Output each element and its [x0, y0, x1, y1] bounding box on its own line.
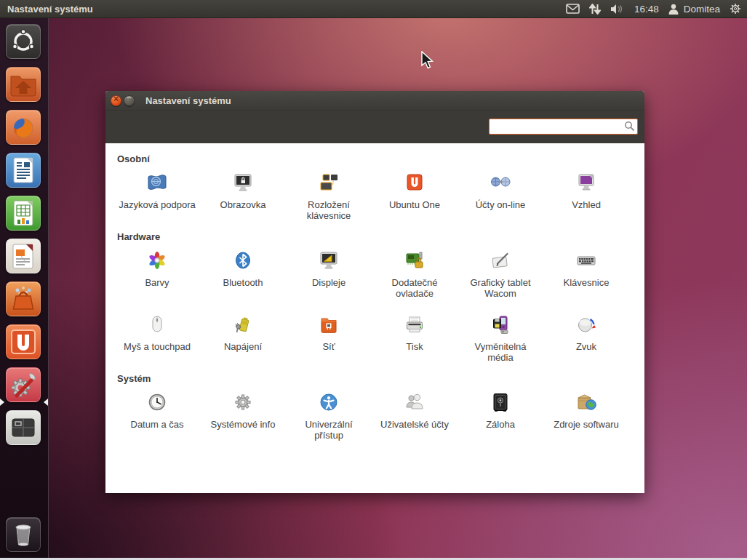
settings-item-displeje[interactable]: Displeje — [286, 249, 372, 299]
system-settings-window: Nastavení systému Osobní Jazyková podpor… — [105, 91, 644, 493]
settings-item-jazykova-podpora[interactable]: Jazyková podpora — [114, 172, 200, 221]
settings-item-napajeni[interactable]: Napájení — [200, 313, 286, 363]
mail-icon[interactable] — [566, 4, 580, 14]
settings-item-label: Záloha — [486, 419, 515, 430]
settings-item-label: Účty on-line — [476, 199, 526, 210]
settings-item-label: Univerzální přístup — [290, 419, 367, 441]
settings-item-klavesnice[interactable]: Klávesnice — [543, 249, 629, 299]
window-title: Nastavení systému — [145, 95, 231, 106]
section-header-personal: Osobní — [117, 153, 644, 164]
launcher-libreoffice-impress[interactable] — [6, 239, 41, 273]
settings-item-mys-a-touchpad[interactable]: Myš a touchpad — [114, 313, 200, 363]
settings-item-label: Zvuk — [576, 341, 596, 352]
power-icon — [231, 313, 255, 337]
settings-item-dodatecne-ovladace[interactable]: Dodatečné ovladače — [372, 249, 458, 299]
settings-item-rozlozeni-klavesnice[interactable]: Rozložení klávesnice — [286, 172, 372, 221]
ubuntu-one-icon — [403, 172, 426, 195]
settings-item-label: Dodatečné ovladače — [376, 277, 453, 299]
settings-item-vzhled[interactable]: Vzhled — [543, 172, 629, 221]
additional-drivers-icon — [403, 249, 426, 273]
settings-item-label: Uživatelské účty — [380, 419, 449, 430]
close-button[interactable] — [111, 95, 121, 106]
launcher-workspace-switcher[interactable] — [6, 410, 41, 445]
removable-media-icon — [489, 313, 512, 337]
session-gear-icon[interactable] — [730, 3, 741, 15]
datetime-icon — [145, 391, 169, 415]
launcher-libreoffice-calc[interactable] — [6, 196, 41, 231]
settings-item-obrazovka[interactable]: Obrazovka — [200, 172, 286, 221]
launcher-focus-arrow-right — [44, 399, 48, 406]
keyboard-icon — [575, 249, 598, 273]
panel-app-title: Nastavení systému — [7, 4, 93, 15]
settings-item-label: Myš a touchpad — [124, 341, 191, 352]
printing-icon — [403, 313, 426, 337]
settings-item-label: Vyměnitelná média — [462, 341, 539, 363]
window-toolbar — [105, 111, 644, 143]
settings-content: Osobní Jazyková podpora Obrazovka Rozlož… — [105, 143, 644, 493]
settings-item-label: Jazyková podpora — [119, 199, 196, 210]
settings-item-label: Systémové info — [211, 419, 276, 430]
screen-lock-icon — [231, 172, 255, 195]
settings-item-graficky-tablet-wacom[interactable]: Grafický tablet Wacom — [458, 249, 543, 299]
settings-item-datum-a-cas[interactable]: Datum a čas — [114, 391, 200, 441]
user-accounts-icon — [403, 391, 426, 415]
settings-item-label: Barvy — [145, 277, 169, 288]
settings-item-label: Grafický tablet Wacom — [462, 277, 539, 299]
backup-icon — [489, 391, 512, 415]
launcher-ubuntu-one[interactable] — [6, 324, 41, 359]
language-support-icon — [145, 172, 169, 195]
settings-item-uzivatelske-ucty[interactable]: Uživatelské účty — [372, 391, 458, 441]
settings-item-univerzalni-pristup[interactable]: Univerzální přístup — [286, 391, 372, 441]
desktop: Nastavení systému 16:48 Domitea — [0, 0, 747, 560]
network-arrows-icon[interactable] — [589, 4, 601, 15]
settings-item-zaloha[interactable]: Záloha — [458, 391, 543, 441]
settings-item-systemove-info[interactable]: Systémové info — [200, 391, 286, 441]
settings-item-label: Síť — [322, 341, 335, 352]
settings-item-tisk[interactable]: Tisk — [372, 313, 458, 363]
settings-item-label: Bluetooth — [223, 277, 263, 288]
settings-item-label: Obrazovka — [220, 199, 266, 210]
network-icon — [317, 313, 340, 337]
section-grid-personal: Jazyková podpora Obrazovka Rozložení klá… — [114, 172, 644, 221]
wacom-tablet-icon — [489, 249, 512, 273]
online-accounts-icon — [489, 172, 512, 195]
minimize-button[interactable] — [124, 95, 135, 106]
software-sources-icon — [575, 391, 598, 415]
settings-item-zvuk[interactable]: Zvuk — [543, 313, 629, 363]
settings-item-label: Displeje — [312, 277, 345, 288]
settings-item-barvy[interactable]: Barvy — [114, 249, 200, 299]
window-titlebar[interactable]: Nastavení systému — [105, 91, 644, 111]
panel-username[interactable]: Domitea — [684, 4, 720, 15]
settings-item-zdroje-softwaru[interactable]: Zdroje softwaru — [543, 391, 629, 441]
launcher-dash-home[interactable] — [6, 24, 41, 59]
unity-launcher — [0, 17, 49, 560]
launcher-firefox[interactable] — [6, 110, 41, 145]
launcher-libreoffice-writer[interactable] — [6, 153, 41, 188]
settings-item-bluetooth[interactable]: Bluetooth — [200, 249, 286, 299]
launcher-home-folder[interactable] — [6, 67, 41, 102]
section-header-system: Systém — [117, 373, 644, 384]
launcher-ubuntu-software-center[interactable] — [6, 281, 41, 316]
user-icon — [668, 4, 679, 15]
appearance-icon — [575, 172, 598, 195]
settings-item-ucty-on-line[interactable]: Účty on-line — [458, 172, 543, 221]
settings-item-vymenitelna-media[interactable]: Vyměnitelná média — [458, 313, 543, 363]
panel-clock[interactable]: 16:48 — [634, 4, 659, 15]
settings-item-sit[interactable]: Síť — [286, 313, 372, 363]
settings-item-label: Datum a čas — [131, 419, 184, 430]
mouse-cursor — [420, 51, 435, 74]
launcher-system-settings[interactable] — [6, 367, 41, 402]
search-icon — [624, 121, 635, 135]
launcher-trash[interactable] — [6, 517, 41, 552]
sound-icon — [575, 313, 598, 337]
settings-item-ubuntu-one[interactable]: Ubuntu One — [372, 172, 458, 221]
section-grid-hardware: Barvy Bluetooth Displeje Dodatečné ovlad… — [114, 249, 644, 363]
volume-icon[interactable] — [610, 4, 625, 15]
search-input[interactable] — [489, 119, 638, 135]
top-panel: Nastavení systému 16:48 Domitea — [0, 0, 747, 18]
color-icon — [145, 249, 169, 273]
settings-item-label: Klávesnice — [564, 277, 610, 288]
settings-item-label: Vzhled — [572, 199, 601, 210]
mouse-touchpad-icon — [145, 313, 169, 337]
bluetooth-icon — [231, 249, 255, 273]
